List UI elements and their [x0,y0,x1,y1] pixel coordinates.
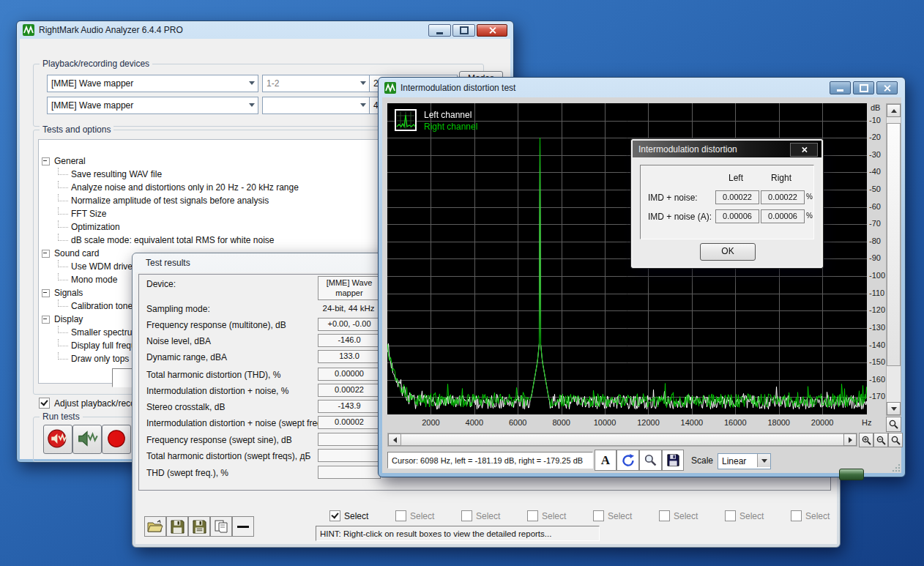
chevron-down-icon [360,103,366,107]
select-checkbox-6[interactable] [659,510,670,521]
result-value-frequency-response-multitone-db[interactable]: +0.00, -0.00 [318,318,381,331]
tree-connector [58,220,68,228]
scroll-up-button[interactable] [887,104,901,117]
tree-item-label: Save resulting WAV file [71,169,162,179]
y-tick--150: -150 [869,357,885,366]
save-button[interactable] [166,516,188,537]
resize-grip[interactable] [891,463,901,472]
copy-report-button[interactable] [210,516,232,537]
tree-connector [58,234,68,241]
tree-expander-icon[interactable] [42,289,50,297]
remove-button[interactable] [232,516,254,537]
tree-connector [58,352,68,360]
result-value-device[interactable]: [MME] Wave mapper [318,276,381,300]
y-tick--80: -80 [869,237,885,245]
select-option-8[interactable]: Select [791,510,830,521]
y-tick--110: -110 [869,288,885,297]
scale-dropdown[interactable]: Linear [718,453,771,469]
save-as-button[interactable] [188,516,210,537]
chevron-down-icon [360,81,366,85]
detail-zoom-button[interactable] [639,450,662,471]
select-option-7[interactable]: Select [725,510,764,521]
monitor-signal-button[interactable] [72,425,102,454]
close-button[interactable] [876,81,898,94]
result-value-total-harmonic-distortion-thd[interactable]: 0.00000 [318,368,381,381]
result-value-intermodulation-distortion-noise-swept-f[interactable]: 0.00002 [318,416,381,429]
zoom-out-button[interactable] [873,433,888,447]
select-checkbox-8[interactable] [791,510,802,521]
x-tick-10000: 10000 [589,418,621,427]
y-tick--90: -90 [869,253,885,262]
tree-item-label: Smaller spectrum [71,327,139,338]
main-window-titlebar[interactable]: RightMark Audio Analyzer 6.4.4 PRO [17,21,513,39]
maximize-button[interactable] [853,81,874,94]
imd-noise-a-left-value[interactable]: 0.00006 [715,209,759,223]
result-label-frequency-response-swept-sine-db: Frequency response (swept sine), dB [146,435,292,445]
scroll-down-button[interactable] [887,402,901,415]
chevron-down-icon [757,454,770,467]
minimize-button[interactable] [830,81,851,94]
imd-noise-right-value[interactable]: 0.00022 [761,190,805,204]
tree-expander-icon[interactable] [42,250,50,258]
horizontal-scrollbar[interactable] [387,433,857,447]
zoom-full-button[interactable] [886,417,901,432]
recording-device-combo[interactable]: [MME] Wave mapper [47,97,258,114]
select-option-4[interactable]: Select [527,510,566,521]
result-value-thd-swept-freq[interactable] [318,466,381,479]
open-file-button[interactable] [144,516,166,537]
result-label-total-harmonic-distortion-swept-freqs: Total harmonic distortion (swept freqs),… [146,451,310,461]
result-value-frequency-response-swept-sine-db[interactable] [318,433,381,446]
refresh-button[interactable] [616,450,639,471]
vertical-scroll-thumb[interactable] [887,123,901,366]
result-value-intermodulation-distortion-noise[interactable]: 0.00022 [318,384,381,397]
select-checkbox-5[interactable] [593,510,604,521]
select-checkbox-4[interactable] [527,510,538,521]
select-option-6[interactable]: Select [659,510,698,521]
record-button[interactable] [102,425,131,454]
result-value-noise-level-dba[interactable]: -146.0 [318,334,381,347]
select-option-2[interactable]: Select [395,510,434,521]
cursor-status-box: Cursor: 6098 Hz, left = -181.19 dB, righ… [387,452,593,469]
recording-channels-combo[interactable] [262,97,370,114]
ok-button[interactable]: OK [700,243,756,261]
imd-noise-a-right-value[interactable]: 0.00006 [761,209,805,223]
imd-dialog-titlebar[interactable]: Intermodulation distortion [633,141,821,157]
adjust-levels-checkbox[interactable] [39,398,50,409]
select-checkbox-7[interactable] [725,510,736,521]
tree-expander-icon[interactable] [42,157,50,165]
result-value-dynamic-range-dba[interactable]: 133.0 [318,350,381,363]
vertical-scrollbar[interactable] [886,103,901,416]
close-button[interactable] [477,24,507,37]
zoom-select-button[interactable] [888,433,903,447]
horizontal-scroll-thumb[interactable] [400,433,844,446]
select-checkbox-1[interactable] [329,510,340,521]
select-checkbox-3[interactable] [461,510,472,521]
result-value-stereo-crosstalk-db[interactable]: -143.9 [318,400,381,413]
minimize-button[interactable] [428,24,451,37]
x-tick-2000: 2000 [414,418,447,427]
app-icon [23,24,34,36]
db-axis: dB -10-20-30-40-50-60-70-80-90-100-110-1… [868,103,886,414]
playback-channels-combo[interactable]: 1-2 [262,75,370,92]
zoom-in-button[interactable] [859,433,873,447]
select-checkbox-2[interactable] [395,510,406,521]
maximize-button[interactable] [452,24,475,37]
select-option-1[interactable]: Select [329,510,368,521]
scroll-right-button[interactable] [843,433,857,446]
imd-noise-left-value[interactable]: 0.00022 [715,190,759,204]
font-button[interactable]: A [595,450,616,471]
tree-expander-icon[interactable] [42,316,50,324]
spectrum-titlebar[interactable]: Intermodulation distortion test [379,78,905,97]
refresh-icon [621,453,636,468]
select-option-5[interactable]: Select [593,510,632,521]
chevron-down-icon [249,103,255,107]
scroll-left-button[interactable] [388,433,401,446]
playback-device-combo[interactable]: [MME] Wave mapper [47,75,258,92]
save-image-button[interactable] [662,450,684,471]
y-tick--160: -160 [869,375,885,384]
magnifier-icon [889,420,898,429]
play-test-signals-button[interactable] [43,425,72,454]
close-button[interactable] [790,143,818,157]
select-option-3[interactable]: Select [461,510,500,521]
result-value-total-harmonic-distortion-swept-freqs[interactable] [318,449,381,462]
